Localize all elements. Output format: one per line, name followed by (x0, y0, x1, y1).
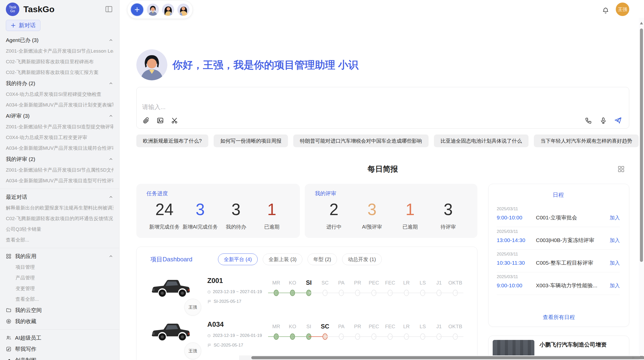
stat-label: AI预评审 (353, 223, 391, 230)
milestone-label: PR (349, 278, 366, 288)
milestone: PR (349, 322, 366, 342)
sidebar-task-item[interactable]: C0X4-动力总成开发项目SI里程碑提交物检查 (6, 89, 113, 100)
section-header-ai-review[interactable]: AI评审 (3) (6, 110, 113, 122)
microphone-icon[interactable] (599, 116, 608, 125)
stat-label: 已逾期 (254, 223, 290, 230)
app-window: Task Go TaskGo 新对话 Agent已办 (3) Z001-全新燃油… (0, 0, 644, 360)
sidebar-header: Task Go TaskGo (6, 0, 113, 18)
sidebar-item-cloud-space[interactable]: 我的云空间 (6, 305, 113, 316)
schedule-meeting-name: C005-整车工程目标评审 (535, 259, 610, 266)
phone-call-icon[interactable] (584, 116, 593, 125)
session-avatar-3[interactable] (177, 4, 189, 16)
app-subitem[interactable]: 变更管理 (6, 283, 113, 294)
add-session-button[interactable] (130, 3, 144, 16)
layout-grid-icon[interactable] (617, 165, 625, 173)
image-icon[interactable] (156, 116, 165, 125)
suggestion-chip[interactable]: 当下年轻人对汽车外观有怎样的喜好趋势 (534, 134, 639, 147)
milestone: LS (415, 278, 431, 298)
topbar-right: 王强 (602, 3, 629, 16)
input-send-tools (584, 116, 622, 125)
dashboard-tab[interactable]: 动总开发 (1) (342, 253, 382, 265)
sidebar-item-ai-super-staff[interactable]: AI超级员工 (6, 332, 113, 343)
recent-chat-item[interactable]: C02-飞腾新能源轻客改款项目的闭环通告反馈情况 (6, 213, 113, 224)
project-row-z001[interactable]: 王强 Z001 2023-12-19 ~ 2027-01-19 (150, 276, 465, 307)
project-row-a034[interactable]: 王强 A034 2023-12-19 ~ 2026-01-19 (150, 320, 465, 351)
project-dates: 2023-12-19 ~ 2027-01-19 (213, 289, 262, 294)
assistant-avatar (136, 49, 167, 80)
input-attachment-tools (142, 116, 179, 125)
scissors-icon[interactable] (170, 116, 179, 125)
suggestion-chip[interactable]: 特朗普可能对进口汽车增税会对中国车企造成哪些影响 (293, 134, 429, 147)
sidebar-collapse-icon[interactable] (105, 5, 113, 13)
session-avatar-2[interactable] (162, 4, 174, 16)
join-meeting-link[interactable]: 加入 (610, 237, 620, 244)
sidebar-task-item[interactable]: Z001-全新燃油轻卡产品开发项目SI节点属性5D文件评审 (6, 165, 113, 175)
section-header-agent-done[interactable]: Agent已办 (3) (6, 35, 113, 46)
milestone: OKTB (447, 278, 463, 298)
send-icon[interactable] (614, 116, 622, 125)
app-subitem[interactable]: 项目管理 (6, 262, 113, 273)
schedule-time: 9:00-10:00 (497, 282, 535, 289)
sidebar-task-item[interactable]: A034-全新新能源MUV产品开发项目造型可行性评审 (6, 175, 113, 186)
sidebar-task-item[interactable]: A034-全新新能源MUV产品开发项目法规符合性评审 (6, 143, 113, 154)
sidebar-task-item[interactable]: C02-飞腾新能源轻客改款项目立项汇报方案 (6, 67, 113, 78)
join-meeting-link[interactable]: 加入 (610, 282, 620, 289)
dashboard-tab[interactable]: 年型 (2) (308, 253, 337, 265)
suggestion-chip[interactable]: 欧洲新规最近颁布了什么? (136, 134, 208, 147)
section-header-my-todo[interactable]: 我的待办 (2) (6, 78, 113, 89)
sidebar-item-help-write[interactable]: 帮我写作 (6, 343, 113, 355)
schedule-entry: 2025/03/11 9:00-10:00 X003-车辆动力学性能验... 加… (497, 272, 620, 295)
recent-chat-item[interactable]: 公司Q3轻卡销量 (6, 224, 113, 235)
milestone-label: LS (415, 278, 431, 288)
section-header-recent-chats[interactable]: 最近对话 (6, 191, 113, 203)
chevron-up-icon (108, 254, 113, 259)
scroll-right-arrow (632, 356, 635, 359)
app-title: TaskGo (23, 4, 54, 14)
divider (0, 189, 119, 189)
sidebar-item-my-apps[interactable]: 我的应用 (6, 251, 113, 262)
horizontal-scrollbar[interactable] (239, 355, 639, 360)
milestone-dot (404, 334, 409, 340)
stat-value: 2 (315, 199, 353, 220)
notification-bell-icon[interactable] (602, 7, 609, 14)
paperclip-icon[interactable] (142, 116, 150, 125)
recent-chat-item[interactable]: 解释最新出台的欧盟报废车法规再生塑料比例被调至15%... (6, 203, 113, 213)
milestone: OKTB (447, 322, 463, 342)
app-subitem[interactable]: 产品管理 (6, 273, 113, 283)
new-chat-button[interactable]: 新对话 (6, 20, 40, 31)
milestone: SI (301, 278, 317, 298)
join-meeting-link[interactable]: 加入 (610, 260, 620, 266)
chat-input-box[interactable]: 请输入... (136, 87, 629, 129)
recent-view-all-link[interactable]: 查看全部... (6, 235, 113, 245)
project-dates: 2023-12-19 ~ 2026-01-19 (213, 333, 262, 338)
chat-input-placeholder: 请输入... (142, 103, 166, 111)
sidebar-task-item[interactable]: A034-全新新能源MUV产品开发项目计划变更表编写 (6, 100, 113, 110)
suggestion-chip[interactable]: 比亚迪全固态电池计划具体说了什么 (434, 134, 529, 147)
vertical-scrollbar-thumb[interactable] (640, 28, 643, 262)
suggestion-chip[interactable]: 如何写一份清晰的项目周报 (214, 134, 288, 147)
vertical-scrollbar[interactable] (639, 18, 644, 360)
user-avatar[interactable]: 王强 (616, 3, 629, 16)
sidebar-task-item[interactable]: C0X4-动力总成开发项目工程变更评审 (6, 132, 113, 143)
apps-view-all-link[interactable]: 查看全部... (6, 294, 113, 305)
sidebar-item-creative-draw[interactable]: 创意制图 (6, 355, 113, 360)
milestone-dot (436, 334, 442, 340)
logo-text-top: Task (9, 5, 16, 9)
join-meeting-link[interactable]: 加入 (610, 214, 620, 221)
dashboard-tab[interactable]: 全新平台 (4) (218, 253, 258, 265)
write-icon (6, 346, 11, 352)
sidebar-task-item[interactable]: Z001-全新燃油皮卡产品开发项目SI节点Lesson Learn报告 (6, 46, 113, 56)
sidebar-task-item[interactable]: C02-飞腾新能源轻客改款项目里程碑画布 (6, 56, 113, 67)
dashboard-tab[interactable]: 全新上装 (3) (263, 253, 302, 265)
sidebar-task-item[interactable]: Z001-全新燃油轻卡产品开发项目SI造型提交物评审 (6, 122, 113, 132)
horizontal-scrollbar-thumb[interactable] (251, 356, 644, 359)
sidebar-item-favorites[interactable]: 我的收藏 (6, 316, 113, 327)
view-all-schedule-link[interactable]: 查看所有日程 (489, 314, 629, 321)
clock-icon (207, 290, 211, 294)
session-avatar-1[interactable] (147, 4, 159, 16)
milestone-dot (274, 334, 279, 340)
stat-label: 新增AI完成任务 (182, 223, 218, 230)
section-header-my-review[interactable]: 我的评审 (2) (6, 154, 113, 165)
flag-icon (207, 343, 212, 348)
news-title: 小鹏飞行汽车制造公司增资 (539, 341, 625, 349)
